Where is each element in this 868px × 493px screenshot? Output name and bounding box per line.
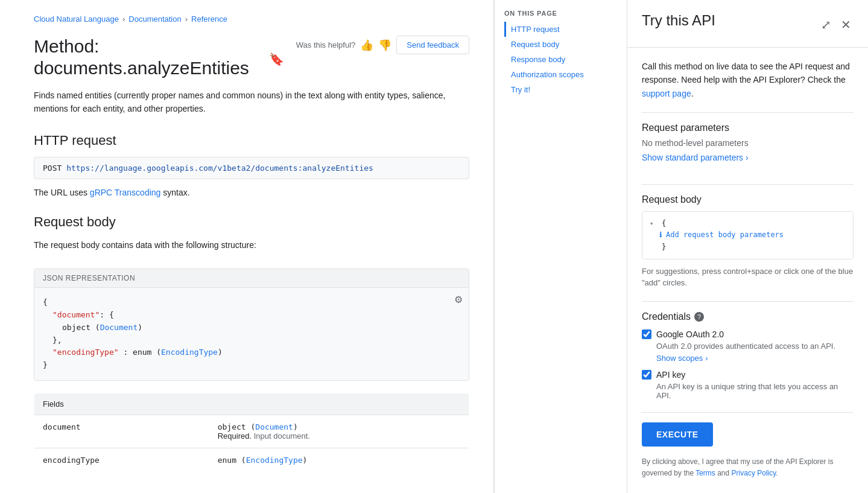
field-detail-encoding: enum (EncodingType) (209, 448, 469, 472)
thumbs-down-icon[interactable]: 👎 (378, 39, 391, 52)
page-header: Method: documents.analyzeEntities 🔖 Was … (34, 36, 469, 79)
code-line-2: ℹ Add request body parameters (650, 229, 846, 241)
field-detail-document: object (Document) Required. Input docume… (209, 415, 469, 448)
code-editor-inner: ▾ { ℹ Add request body parameters } (642, 212, 853, 259)
divider-1 (642, 112, 854, 113)
api-key-desc: An API key is a unique string that lets … (656, 382, 854, 400)
no-params-label: No method-level parameters (642, 138, 854, 148)
api-key-checkbox[interactable] (642, 370, 651, 380)
code-open-brace: { (662, 218, 846, 229)
breadcrumb-sep-1: › (122, 14, 125, 24)
try-api-header: Try this API ⤢ ✕ (627, 0, 868, 48)
sidebar-item-auth-scopes[interactable]: Authorization scopes (504, 67, 617, 82)
google-oauth-row: Google OAuth 2.0 (642, 329, 854, 339)
try-api-header-actions: ⤢ ✕ (819, 15, 854, 34)
json-encoding-line: "encodingType" : enum (EncodingType) (43, 346, 460, 359)
divider-4 (642, 412, 854, 413)
privacy-policy-link[interactable]: Privacy Policy (732, 469, 776, 477)
add-request-body-link[interactable]: Add request body parameters (666, 229, 784, 241)
document-type-link[interactable]: Document (100, 323, 138, 332)
request-body-desc: The request body contains data with the … (34, 238, 469, 252)
json-object-line: object (Document) (43, 322, 460, 334)
execute-note-and: and (715, 469, 732, 477)
divider-3 (642, 301, 854, 302)
try-api-panel: Try this API ⤢ ✕ Call this method on liv… (627, 0, 868, 493)
close-button[interactable]: ✕ (838, 15, 854, 34)
encoding-field-link[interactable]: EncodingType (246, 456, 303, 465)
json-document-line: "document": { (43, 309, 460, 322)
page-title: Method: documents.analyzeEntities (34, 36, 262, 79)
field-name-encoding: encodingType (34, 448, 209, 472)
request-params-title: Request parameters (642, 122, 854, 133)
breadcrumb-link-ref[interactable]: Reference (191, 14, 227, 24)
sidebar-item-try-it[interactable]: Try it! (504, 82, 617, 97)
field-type-encoding: enum (EncodingType) (218, 456, 460, 465)
field-name-document: document (34, 415, 209, 448)
page-title-row: Method: documents.analyzeEntities 🔖 (34, 36, 284, 79)
try-api-body: Call this method on live data to see the… (627, 48, 868, 493)
sidebar-item-request-body[interactable]: Request body (504, 37, 617, 52)
gutter-collapse[interactable]: ▾ (650, 218, 662, 229)
credentials-section: Credentials ? Google OAuth 2.0 OAuth 2.0… (642, 311, 854, 400)
document-field-link[interactable]: Document (255, 422, 293, 431)
field-type-document: object (Document) (218, 422, 460, 431)
request-body-title: Request body (642, 194, 854, 205)
divider-2 (642, 184, 854, 185)
expand-button[interactable]: ⤢ (819, 15, 834, 34)
code-close-brace: } (662, 241, 846, 253)
main-content: Cloud Natural Language › Documentation ›… (0, 0, 494, 493)
credentials-label: Credentials (642, 311, 691, 322)
breadcrumb-link-cloud[interactable]: Cloud Natural Language (34, 14, 119, 24)
url-note-prefix: The URL uses (34, 188, 90, 197)
show-standard-params-link[interactable]: Show standard parameters › (642, 153, 749, 162)
execute-button[interactable]: EXECUTE (642, 422, 713, 447)
gear-button[interactable]: ⚙ (454, 294, 463, 305)
gutter-empty (650, 241, 662, 242)
code-editor[interactable]: ▾ { ℹ Add request body parameters } (642, 211, 854, 259)
google-oauth-desc: OAuth 2.0 provides authenticated access … (656, 342, 854, 351)
page-description: Finds named entities (currently proper n… (34, 89, 469, 116)
terms-link[interactable]: Terms (695, 469, 715, 477)
url-note: The URL uses gRPC Transcoding syntax. (34, 188, 469, 197)
http-url: https://language.googleapis.com/v1beta2/… (66, 164, 373, 173)
table-row: document object (Document) Required. Inp… (34, 415, 469, 448)
show-scopes-link[interactable]: Show scopes › (656, 354, 708, 363)
sidebar-item-response-body[interactable]: Response body (504, 52, 617, 67)
execute-note-period: . (776, 469, 778, 477)
support-page-link[interactable]: support page (642, 89, 691, 98)
http-request-heading: HTTP request (34, 133, 469, 148)
execute-note: By clicking above, I agree that my use o… (642, 456, 854, 479)
grpc-transcoding-link[interactable]: gRPC Transcoding (90, 188, 161, 197)
json-open-brace: { (43, 296, 460, 309)
json-close-brace: } (43, 359, 460, 372)
sidebar-item-http[interactable]: HTTP request (504, 22, 617, 37)
encoding-type-link[interactable]: EncodingType (161, 348, 218, 357)
request-body-section: Request body ▾ { ℹ Add request body para… (642, 194, 854, 289)
table-header-row: Fields (34, 393, 469, 415)
sidebar-heading: On this page (504, 10, 617, 17)
info-circle-icon[interactable]: ℹ (659, 229, 662, 241)
try-api-desc-prefix: Call this method on live data to see the… (642, 62, 850, 84)
on-this-page-sidebar: On this page HTTP request Request body R… (494, 0, 627, 493)
try-api-title: Try this API (642, 12, 715, 29)
code-line-1: ▾ { (650, 218, 846, 229)
api-key-item: API key An API key is a unique string th… (642, 370, 854, 400)
close-icon: ✕ (841, 18, 851, 31)
thumbs-up-icon[interactable]: 👍 (360, 39, 373, 52)
breadcrumb: Cloud Natural Language › Documentation ›… (34, 14, 469, 24)
expand-icon: ⤢ (821, 18, 831, 31)
helpful-row: Was this helpful? 👍 👎 Send feedback (296, 36, 469, 54)
fields-table: Fields document object (Document) (34, 393, 469, 472)
show-params-text: Show standard parameters (642, 153, 743, 162)
send-feedback-button[interactable]: Send feedback (396, 36, 469, 54)
help-icon[interactable]: ? (694, 312, 704, 322)
table-row: encodingType enum (EncodingType) (34, 448, 469, 472)
helpful-label: Was this helpful? (296, 40, 356, 49)
breadcrumb-link-docs[interactable]: Documentation (128, 14, 181, 24)
code-line-3: } (650, 241, 846, 253)
editor-hint: For suggestions, press control+space or … (642, 266, 854, 289)
json-container: JSON representation ⚙ { "document": { ob… (34, 269, 469, 381)
bookmark-icon[interactable]: 🔖 (269, 52, 284, 66)
json-code: ⚙ { "document": { object (Document) }, "… (34, 288, 469, 380)
google-oauth-checkbox[interactable] (642, 329, 651, 339)
